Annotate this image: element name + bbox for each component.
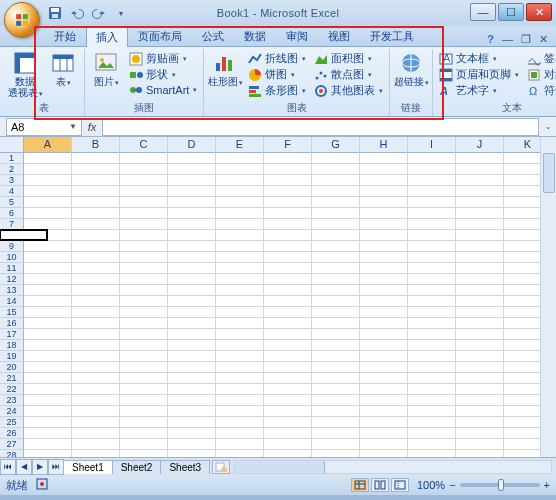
row-header-24[interactable]: 24 bbox=[0, 406, 24, 417]
cell[interactable] bbox=[312, 252, 360, 263]
row-header-6[interactable]: 6 bbox=[0, 208, 24, 219]
row-header-5[interactable]: 5 bbox=[0, 197, 24, 208]
sheet-last-button[interactable]: ⏭ bbox=[48, 459, 64, 475]
cell[interactable] bbox=[360, 439, 408, 450]
cell[interactable] bbox=[408, 395, 456, 406]
cell[interactable] bbox=[456, 406, 504, 417]
normal-view-button[interactable] bbox=[351, 478, 369, 492]
row-header-22[interactable]: 22 bbox=[0, 384, 24, 395]
hyperlink-button[interactable]: 超链接▾ bbox=[394, 51, 428, 88]
cell[interactable] bbox=[120, 153, 168, 164]
cell[interactable] bbox=[408, 252, 456, 263]
cell[interactable] bbox=[264, 351, 312, 362]
cell[interactable] bbox=[72, 318, 120, 329]
cell[interactable] bbox=[72, 197, 120, 208]
cell[interactable] bbox=[264, 252, 312, 263]
row-header-21[interactable]: 21 bbox=[0, 373, 24, 384]
cell[interactable] bbox=[120, 274, 168, 285]
cell[interactable] bbox=[456, 241, 504, 252]
cell[interactable] bbox=[408, 274, 456, 285]
cell[interactable] bbox=[456, 153, 504, 164]
cell[interactable] bbox=[408, 285, 456, 296]
chevron-down-icon[interactable]: ▼ bbox=[69, 122, 77, 131]
cell[interactable] bbox=[456, 164, 504, 175]
tab-页面布局[interactable]: 页面布局 bbox=[128, 25, 192, 46]
cell[interactable] bbox=[72, 417, 120, 428]
sheet-tab-Sheet2[interactable]: Sheet2 bbox=[112, 460, 162, 474]
cell[interactable] bbox=[168, 263, 216, 274]
cell[interactable] bbox=[312, 263, 360, 274]
col-header-F[interactable]: F bbox=[264, 137, 312, 153]
cell[interactable] bbox=[24, 406, 72, 417]
cell[interactable] bbox=[456, 252, 504, 263]
page-break-view-button[interactable] bbox=[391, 478, 409, 492]
cell[interactable] bbox=[72, 428, 120, 439]
cell[interactable] bbox=[24, 428, 72, 439]
cell[interactable] bbox=[360, 252, 408, 263]
cell[interactable] bbox=[72, 439, 120, 450]
cell[interactable] bbox=[120, 208, 168, 219]
page-layout-view-button[interactable] bbox=[371, 478, 389, 492]
cell[interactable] bbox=[216, 164, 264, 175]
macro-record-icon[interactable] bbox=[36, 478, 48, 492]
cell[interactable] bbox=[120, 395, 168, 406]
cell[interactable] bbox=[408, 384, 456, 395]
cell[interactable] bbox=[168, 153, 216, 164]
cell[interactable] bbox=[24, 450, 72, 457]
cell[interactable] bbox=[216, 197, 264, 208]
cell[interactable] bbox=[264, 175, 312, 186]
cell[interactable] bbox=[408, 428, 456, 439]
save-icon[interactable] bbox=[46, 4, 64, 22]
cell[interactable] bbox=[24, 362, 72, 373]
cell[interactable] bbox=[120, 263, 168, 274]
cell[interactable] bbox=[216, 439, 264, 450]
cell[interactable] bbox=[408, 417, 456, 428]
smartart-button[interactable]: SmartArt▾ bbox=[127, 83, 199, 97]
cell[interactable] bbox=[168, 450, 216, 457]
cell[interactable] bbox=[360, 230, 408, 241]
zoom-out-button[interactable]: − bbox=[449, 479, 455, 491]
cell[interactable] bbox=[72, 395, 120, 406]
cell[interactable] bbox=[72, 241, 120, 252]
cell[interactable] bbox=[264, 296, 312, 307]
cell[interactable] bbox=[168, 428, 216, 439]
cell[interactable] bbox=[120, 362, 168, 373]
cell[interactable] bbox=[24, 384, 72, 395]
zoom-level[interactable]: 100% bbox=[417, 479, 445, 491]
row-header-28[interactable]: 28 bbox=[0, 450, 24, 457]
scatter-chart-button[interactable]: 散点图▾ bbox=[312, 67, 385, 82]
cell[interactable] bbox=[456, 450, 504, 457]
cell[interactable] bbox=[456, 318, 504, 329]
cell[interactable] bbox=[312, 230, 360, 241]
maximize-button[interactable]: ☐ bbox=[498, 3, 524, 21]
cell[interactable] bbox=[120, 450, 168, 457]
cell[interactable] bbox=[456, 428, 504, 439]
worksheet-grid[interactable]: ABCDEFGHIJK 1234567891011121314151617181… bbox=[0, 137, 556, 457]
cell[interactable] bbox=[312, 417, 360, 428]
cell[interactable] bbox=[168, 351, 216, 362]
help-icon[interactable]: ? bbox=[487, 33, 494, 46]
sheet-tab-Sheet1[interactable]: Sheet1 bbox=[63, 460, 113, 474]
row-header-11[interactable]: 11 bbox=[0, 263, 24, 274]
cell[interactable] bbox=[264, 263, 312, 274]
cell[interactable] bbox=[72, 406, 120, 417]
new-sheet-button[interactable] bbox=[212, 460, 230, 474]
cell[interactable] bbox=[24, 219, 72, 230]
cell[interactable] bbox=[264, 428, 312, 439]
cell[interactable] bbox=[24, 263, 72, 274]
cell[interactable] bbox=[360, 263, 408, 274]
cell[interactable] bbox=[168, 197, 216, 208]
cell[interactable] bbox=[72, 153, 120, 164]
cell[interactable] bbox=[216, 252, 264, 263]
cell[interactable] bbox=[456, 219, 504, 230]
cell[interactable] bbox=[360, 395, 408, 406]
row-header-16[interactable]: 16 bbox=[0, 318, 24, 329]
cell[interactable] bbox=[264, 450, 312, 457]
bar-chart-button[interactable]: 条形图▾ bbox=[246, 83, 308, 98]
area-chart-button[interactable]: 面积图▾ bbox=[312, 51, 385, 66]
cell[interactable] bbox=[264, 186, 312, 197]
cell[interactable] bbox=[216, 307, 264, 318]
cell[interactable] bbox=[120, 296, 168, 307]
cell[interactable] bbox=[408, 307, 456, 318]
cell[interactable] bbox=[120, 175, 168, 186]
